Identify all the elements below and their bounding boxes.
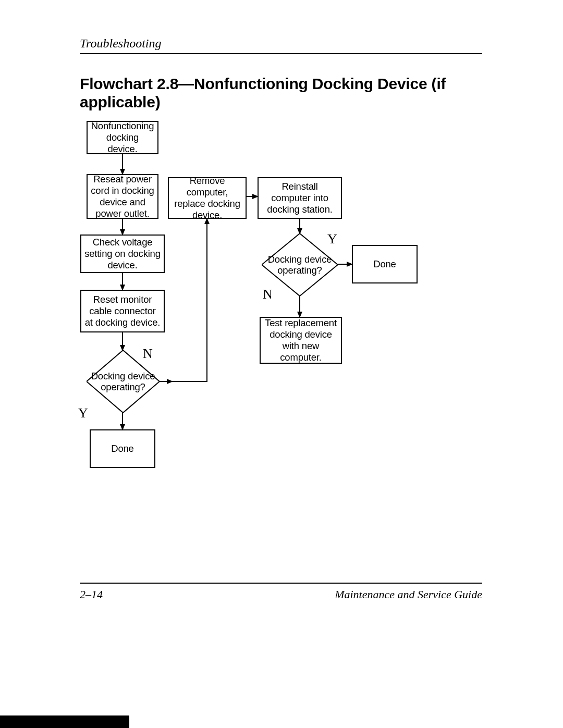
decision-2-text: Docking device operating?: [262, 233, 338, 296]
node-remove: Remove computer, replace docking device.: [168, 177, 247, 219]
node-reinstall: Reinstall computer into docking station.: [258, 177, 342, 219]
label-d1-no: N: [143, 346, 153, 362]
flowchart-connectors: [0, 0, 563, 728]
guide-name: Maintenance and Service Guide: [335, 588, 482, 601]
node-voltage: Check voltage setting on docking device.: [80, 235, 165, 273]
bottom-black-bar: [0, 715, 129, 728]
node-reseat: Reseat power cord in docking device and …: [87, 174, 158, 219]
page-number: 2–14: [80, 588, 103, 601]
node-done-1: Done: [90, 429, 155, 468]
label-d1-yes: Y: [78, 405, 88, 421]
node-test: Test replacement docking device with new…: [260, 317, 342, 364]
node-monitor: Reset monitor cable connector at docking…: [80, 290, 165, 332]
node-start: Nonfunctioning docking device.: [87, 121, 158, 154]
label-d2-yes: Y: [327, 231, 337, 247]
node-done-2: Done: [352, 245, 418, 283]
flowchart-canvas: Nonfunctioning docking device. Reseat po…: [0, 0, 563, 728]
label-d2-no: N: [263, 287, 273, 302]
node-decision-2: Docking device operating?: [262, 233, 338, 296]
footer-rule: [80, 583, 482, 584]
